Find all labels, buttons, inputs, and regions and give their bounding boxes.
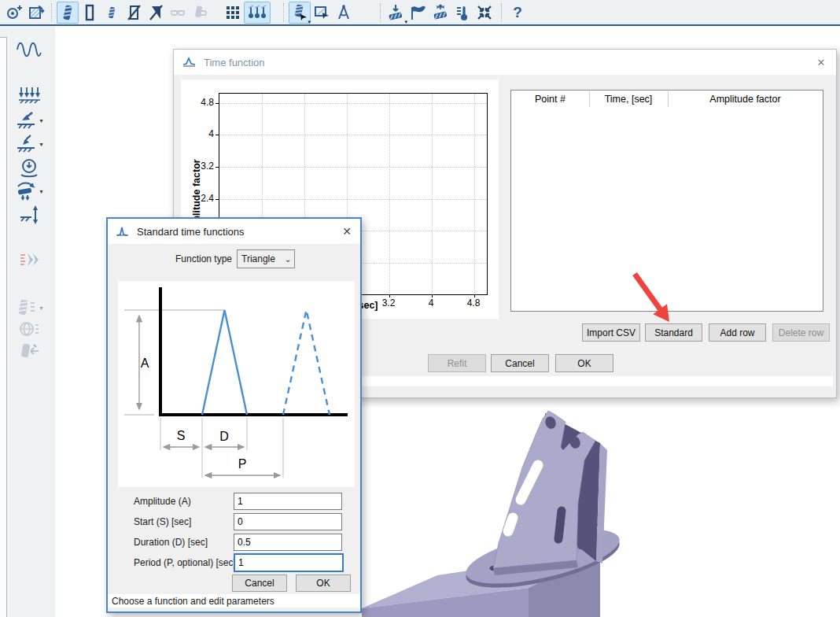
- period-field-label: Period (P, optional) [sec]: [134, 554, 236, 571]
- collapsed-panel-rail[interactable]: [0, 37, 7, 617]
- dialog-title: Standard time functions: [137, 226, 245, 238]
- start-input[interactable]: [234, 513, 342, 530]
- remote-load-icon[interactable]: [9, 319, 49, 339]
- oval-hole: [508, 518, 513, 531]
- bearing-load-icon[interactable]: ▾: [9, 181, 49, 201]
- column-header[interactable]: Time, [sec]: [589, 91, 668, 108]
- add-row-button[interactable]: Add row: [709, 323, 766, 342]
- help-icon[interactable]: ?: [507, 2, 529, 24]
- chevron-down-icon: ⌄: [282, 254, 294, 264]
- pressure-load-icon[interactable]: ▾: [9, 134, 49, 154]
- x-tick-label: 4.8: [460, 297, 487, 308]
- y-tick-label: 2.4: [189, 193, 214, 204]
- bracket-model: [362, 390, 802, 617]
- duration-label: D: [219, 430, 229, 443]
- standard-button[interactable]: Standard: [645, 323, 702, 342]
- toolbar-group-help: ?: [497, 2, 529, 23]
- toolbar-separator: [501, 3, 503, 22]
- toolbar-group-file: [3, 2, 47, 23]
- bolt-icon[interactable]: [57, 2, 79, 24]
- duration-input[interactable]: [234, 534, 342, 551]
- function-type-label: Function type: [108, 253, 232, 264]
- column-separator: [668, 91, 669, 107]
- time-function-dialog-icon: [182, 57, 197, 68]
- pick-box-icon[interactable]: [311, 2, 333, 24]
- dynamic-analysis-icon[interactable]: [9, 250, 49, 271]
- pick-bolt-icon[interactable]: ▾: [289, 2, 311, 24]
- period-input[interactable]: [234, 553, 344, 572]
- triangle-pulse-repeat: [283, 310, 330, 415]
- column-separator: [589, 91, 590, 107]
- y-tick: [216, 103, 219, 104]
- gridline-h: [219, 199, 487, 201]
- triangle-pulse: [202, 310, 247, 415]
- displacement-icon[interactable]: [9, 205, 49, 225]
- y-tick: [216, 135, 219, 135]
- import-geometry-icon[interactable]: [25, 2, 47, 24]
- import-csv-button[interactable]: Import CSV: [582, 323, 640, 342]
- start-label: S: [177, 429, 186, 442]
- dropdown-caret-icon: ▾: [39, 117, 42, 124]
- amplitude-input[interactable]: [234, 493, 342, 510]
- toolbar-separator: [283, 3, 285, 22]
- standard-status-bar: Choose a function and edit parameters: [108, 594, 360, 608]
- ok-button[interactable]: OK: [555, 354, 613, 372]
- refit-button[interactable]: Refit: [428, 354, 486, 372]
- connections-grid-icon[interactable]: [222, 2, 244, 24]
- standard-dialog-icon: [116, 226, 130, 237]
- function-type-dropdown[interactable]: Triangle ⌄: [237, 249, 295, 268]
- thermal-icon[interactable]: [451, 2, 473, 24]
- dropdown-caret-icon: ▾: [39, 188, 42, 195]
- import-loads-icon[interactable]: [9, 341, 49, 361]
- delete-row-button[interactable]: Delete row: [772, 323, 830, 342]
- bolt-small-icon[interactable]: [101, 2, 123, 24]
- y-tick-label: 3.2: [189, 161, 214, 172]
- gridline-h: [219, 167, 487, 168]
- stiffener-slot: [558, 511, 562, 539]
- toolbar-group-selection: ▾: [279, 2, 355, 23]
- gravity-load-icon[interactable]: [9, 157, 49, 178]
- measure-compass-icon[interactable]: [333, 2, 355, 24]
- y-tick: [216, 167, 219, 168]
- dropdown-caret-icon: ▾: [39, 305, 42, 312]
- flag-result-icon[interactable]: [407, 2, 429, 24]
- y-tick: [216, 199, 219, 200]
- toolbar-separator: [51, 3, 53, 22]
- bolt-group-icon[interactable]: [244, 2, 271, 24]
- close-icon[interactable]: ✕: [814, 55, 828, 69]
- column-header[interactable]: Point #: [511, 91, 589, 108]
- sheet-icon[interactable]: [79, 2, 101, 24]
- spring-support-icon[interactable]: ▾: [9, 297, 49, 318]
- time-function-icon[interactable]: [9, 39, 49, 60]
- main-toolbar: ▾ ▾ ?: [0, 0, 840, 26]
- duration-field-label: Duration (D) [sec]: [134, 534, 236, 551]
- function-type-value: Triangle: [238, 253, 282, 264]
- move-part-icon[interactable]: [429, 2, 451, 24]
- spot-view-add-icon[interactable]: [3, 2, 25, 24]
- apply-load-icon[interactable]: ▾: [385, 2, 407, 24]
- time-function-titlebar: Time function ✕: [174, 50, 836, 75]
- gridline-h: [219, 103, 487, 105]
- amplitude-label: A: [141, 357, 149, 370]
- standard-ok-button[interactable]: OK: [296, 575, 351, 592]
- mask-parts-icon[interactable]: [189, 2, 211, 24]
- period-label: P: [238, 457, 247, 471]
- distributed-load-icon[interactable]: [9, 85, 49, 105]
- force-load-icon[interactable]: ▾: [9, 110, 49, 131]
- disable-region-icon[interactable]: [145, 2, 167, 24]
- standard-dialog-titlebar: Standard time functions ✕: [108, 219, 360, 244]
- mask-faces-icon[interactable]: [167, 2, 189, 24]
- cancel-button[interactable]: Cancel: [491, 354, 549, 372]
- toolbar-group-connections: [47, 2, 271, 23]
- close-icon[interactable]: ✕: [340, 224, 354, 238]
- dropdown-caret-icon: ▾: [39, 141, 42, 148]
- gridline-h: [219, 135, 487, 136]
- dialog-title: Time function: [204, 57, 265, 68]
- column-header[interactable]: Amplitude factor: [668, 91, 823, 108]
- fit-view-icon[interactable]: [473, 2, 496, 24]
- standard-cancel-button[interactable]: Cancel: [232, 575, 287, 592]
- toolbar-group-loads: ▾: [376, 2, 496, 23]
- y-tick-label: 4.8: [189, 97, 214, 108]
- points-table[interactable]: Point # Time, [sec] Amplitude factor: [510, 90, 823, 312]
- disable-bolt-icon[interactable]: [123, 2, 145, 24]
